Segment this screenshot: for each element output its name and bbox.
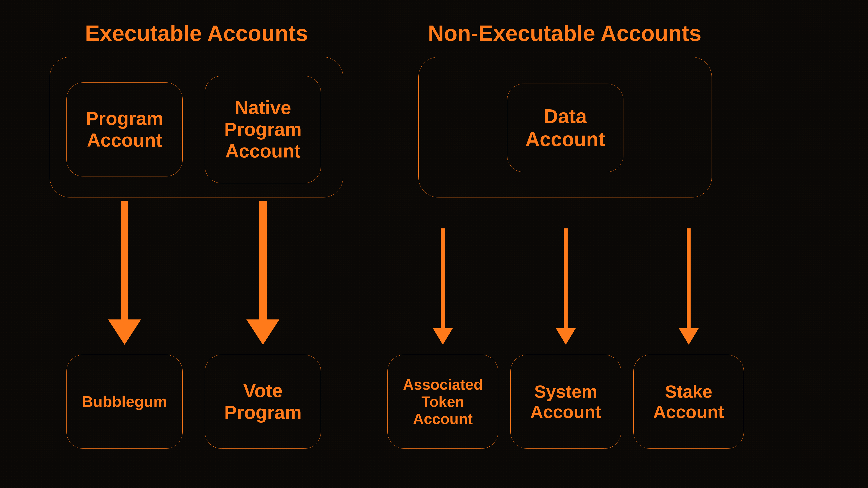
- native-program-account-node: NativeProgramAccount: [205, 76, 321, 183]
- arrow-icon: [244, 201, 282, 345]
- arrow-icon: [430, 228, 456, 345]
- bubblegum-node: Bubblegum: [66, 355, 183, 449]
- data-account-node: DataAccount: [507, 84, 623, 172]
- arrow-icon: [553, 228, 579, 345]
- diagram-stage: Executable Accounts ProgramAccount Nativ…: [0, 0, 868, 488]
- system-account-node: SystemAccount: [510, 355, 621, 449]
- non-executable-accounts-title: Non-Executable Accounts: [410, 21, 719, 46]
- arrow-icon: [676, 228, 702, 345]
- executable-accounts-title: Executable Accounts: [50, 21, 343, 46]
- vote-program-node: VoteProgram: [205, 355, 321, 449]
- arrow-icon: [105, 201, 144, 345]
- program-account-node: ProgramAccount: [66, 83, 183, 176]
- associated-token-account-node: AssociatedTokenAccount: [388, 355, 498, 449]
- stake-account-node: StakeAccount: [633, 355, 744, 449]
